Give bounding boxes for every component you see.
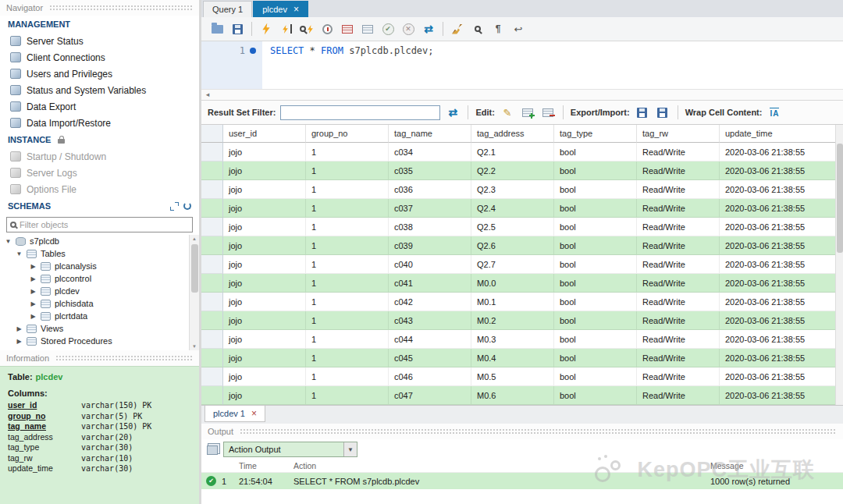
cell[interactable]: Q2.1 (471, 143, 554, 161)
cell[interactable]: jojo (223, 274, 306, 293)
result-tab-plcdev-1[interactable]: plcdev 1 × (205, 406, 265, 422)
cell[interactable]: bool (554, 218, 637, 236)
cell[interactable]: c042 (389, 293, 471, 311)
cell[interactable]: jojo (223, 311, 306, 330)
cell[interactable]: 1 (306, 293, 389, 311)
row-selector[interactable] (201, 274, 223, 293)
cell[interactable]: Read/Write (637, 255, 720, 274)
tree-node-tables[interactable]: ▼Tables (0, 247, 188, 260)
tree-node-views[interactable]: ▶Views (0, 322, 188, 335)
cell[interactable]: jojo (223, 293, 306, 311)
table-row[interactable]: jojo1c045M0.4boolRead/Write2020-03-06 21… (201, 349, 843, 367)
cell[interactable]: 1 (306, 367, 389, 386)
expand-schemas-icon[interactable] (170, 202, 179, 211)
row-selector[interactable] (201, 199, 223, 218)
cell[interactable]: Read/Write (637, 143, 720, 161)
cell[interactable]: 2020-03-06 21:38:55 (720, 236, 843, 255)
cell[interactable]: c041 (389, 274, 471, 293)
cell[interactable]: Read/Write (637, 236, 720, 255)
table-row[interactable]: jojo1c044M0.3boolRead/Write2020-03-06 21… (201, 330, 843, 349)
cell[interactable]: jojo (223, 349, 306, 367)
cell[interactable]: 2020-03-06 21:38:55 (720, 199, 843, 218)
cell[interactable]: Q2.6 (471, 236, 554, 255)
cell[interactable]: Read/Write (637, 293, 720, 311)
cell[interactable]: jojo (223, 161, 306, 180)
cell[interactable]: Q2.7 (471, 255, 554, 274)
cell[interactable]: jojo (223, 180, 306, 199)
chevron-right-icon[interactable]: ▶ (30, 263, 37, 270)
table-row[interactable]: jojo1c036Q2.3boolRead/Write2020-03-06 21… (201, 180, 843, 199)
editor-horizontal-scrollbar[interactable]: ◂ (201, 89, 843, 101)
execute-current-statement-icon[interactable] (277, 20, 296, 38)
cell[interactable]: jojo (223, 386, 306, 405)
cell[interactable]: Read/Write (637, 386, 720, 405)
cell[interactable]: 2020-03-06 21:38:55 (720, 274, 843, 293)
find-icon[interactable] (468, 20, 487, 38)
table-row[interactable]: jojo1c047M0.6boolRead/Write2020-03-06 21… (201, 386, 843, 405)
refresh-schemas-icon[interactable] (183, 202, 191, 210)
scrollbar-thumb[interactable] (191, 244, 198, 293)
cell[interactable]: c039 (389, 236, 471, 255)
sidebar-item-server-logs[interactable]: Server Logs (0, 165, 199, 181)
row-selector[interactable] (201, 367, 223, 386)
cell[interactable]: jojo (223, 330, 306, 349)
cell[interactable]: 2020-03-06 21:38:55 (720, 143, 843, 161)
row-selector[interactable] (201, 349, 223, 367)
cell[interactable]: Q2.2 (471, 161, 554, 180)
output-row[interactable]: ✔ 1 21:54:04 SELECT * FROM s7plcdb.plcde… (201, 473, 843, 489)
cell[interactable]: Read/Write (637, 349, 720, 367)
cell[interactable]: M0.5 (471, 367, 554, 386)
sql-code-editor[interactable]: 1 SELECT * FROM s7plcdb.plcdev; (201, 41, 843, 89)
cell[interactable]: c038 (389, 218, 471, 236)
table-row[interactable]: jojo1c041M0.0boolRead/Write2020-03-06 21… (201, 274, 843, 293)
invisible-chars-icon[interactable]: ¶ (489, 20, 507, 38)
result-grid-scrollbar[interactable] (835, 125, 843, 405)
cell[interactable]: Read/Write (637, 274, 720, 293)
cell[interactable]: Read/Write (637, 311, 720, 330)
cell[interactable]: c040 (389, 255, 471, 274)
sidebar-item-data-import-restore[interactable]: Data Import/Restore (0, 115, 199, 131)
cell[interactable]: bool (554, 293, 637, 311)
open-script-icon[interactable] (208, 20, 226, 38)
sidebar-item-status-and-system-variables[interactable]: Status and System Variables (0, 82, 199, 98)
chevron-right-icon[interactable]: ▶ (30, 275, 37, 282)
cell[interactable]: bool (554, 236, 637, 255)
cell[interactable]: 2020-03-06 21:38:55 (720, 311, 843, 330)
cell[interactable]: M0.6 (471, 386, 554, 405)
cell[interactable]: jojo (223, 143, 306, 161)
table-row[interactable]: jojo1c037Q2.4boolRead/Write2020-03-06 21… (201, 199, 843, 218)
sidebar-item-options-file[interactable]: Options File (0, 181, 199, 197)
cell[interactable]: c043 (389, 311, 471, 330)
cell[interactable]: bool (554, 349, 637, 367)
cell[interactable]: 1 (306, 161, 389, 180)
scrollbar-thumb[interactable] (837, 144, 843, 253)
cell[interactable]: jojo (223, 218, 306, 236)
cell[interactable]: jojo (223, 199, 306, 218)
cell[interactable]: Q2.3 (471, 180, 554, 199)
cell[interactable]: c044 (389, 330, 471, 349)
chevron-down-icon[interactable]: ▼ (5, 238, 12, 245)
chevron-right-icon[interactable]: ▶ (30, 300, 37, 307)
chevron-right-icon[interactable]: ▶ (16, 325, 23, 332)
close-icon[interactable]: × (251, 410, 257, 417)
row-selector[interactable] (201, 311, 223, 330)
chevron-right-icon[interactable]: ▶ (16, 338, 23, 345)
cell[interactable]: c035 (389, 161, 471, 180)
sidebar-item-client-connections[interactable]: Client Connections (0, 49, 199, 66)
cell[interactable]: bool (554, 255, 637, 274)
add-row-icon[interactable] (520, 105, 535, 120)
column-header-group-no[interactable]: group_no (306, 125, 389, 143)
cell[interactable]: bool (554, 161, 637, 180)
cell[interactable]: c037 (389, 199, 471, 218)
tree-node-plccontrol[interactable]: ▶plccontrol (0, 272, 188, 285)
row-selector[interactable] (201, 236, 223, 255)
scroll-left-icon[interactable]: ◂ (201, 90, 214, 100)
table-row[interactable]: jojo1c035Q2.2boolRead/Write2020-03-06 21… (201, 161, 843, 180)
cell[interactable]: 2020-03-06 21:38:55 (720, 293, 843, 311)
cell[interactable]: Read/Write (637, 180, 720, 199)
scroll-up-icon[interactable]: ▲ (192, 235, 197, 243)
chevron-down-icon[interactable]: ▼ (343, 442, 357, 456)
delete-row-icon[interactable] (540, 105, 556, 120)
commit-icon[interactable]: ✔ (379, 20, 397, 38)
tree-node-plcdev[interactable]: ▶plcdev (0, 285, 188, 297)
